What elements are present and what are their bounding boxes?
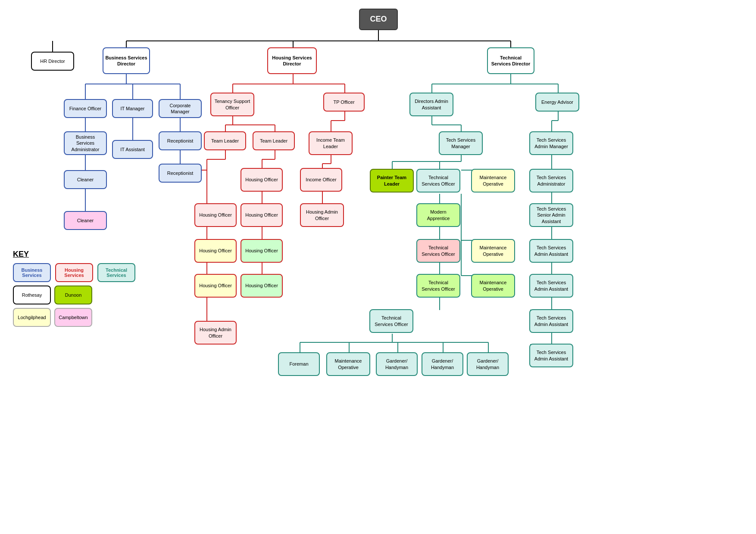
tp-officer-node: TP Officer (323, 93, 365, 112)
business-services-admin-node: Business Services Administrator (64, 131, 107, 155)
foreman-node: Foreman (278, 352, 320, 376)
tech-services-admin-asst1-node: Tech Services Admin Assistant (529, 239, 573, 263)
tenancy-support-officer-node: Tenancy Support Officer (210, 93, 254, 116)
key-business-services: Business Services (13, 263, 51, 282)
corporate-manager-node: Corporate Manager (159, 99, 202, 118)
business-services-director-node: Business Services Director (103, 47, 150, 74)
housing-officer-a2-node: Housing Officer (241, 203, 283, 227)
key-row2: Rothesay Dunoon (13, 286, 136, 304)
technical-services-officer-a2-node: Technical Services Officer (416, 239, 460, 263)
team-leader2-node: Team Leader (253, 131, 295, 150)
tech-services-senior-admin-node: Tech Services Senior Admin Assistant (529, 203, 573, 227)
key-rothesay: Rothesay (13, 286, 51, 304)
maintenance-operative-a2-node: Maintenance Operative (471, 239, 515, 263)
key-lochgilphead: Lochgilphead (13, 308, 51, 327)
energy-advisor-node: Energy Advisor (535, 93, 579, 112)
income-officer-node: Income Officer (300, 168, 342, 192)
key-title: KEY (13, 250, 136, 259)
maintenance-operative-a3-node: Maintenance Operative (471, 274, 515, 298)
housing-services-director-node: Housing Services Director (267, 47, 317, 74)
maintenance-operative-b1-node: Maintenance Operative (326, 352, 370, 376)
tech-services-admin-asst2-node: Tech Services Admin Assistant (529, 274, 573, 298)
tech-services-administrator-node: Tech Services Administrator (529, 169, 573, 192)
housing-officer-b3-node: Housing Officer (194, 274, 237, 298)
gardener-handyman1-node: Gardener/ Handyman (376, 352, 418, 376)
technical-services-officer-a1-node: Technical Services Officer (416, 169, 460, 192)
cleaner2-node: Cleaner (64, 211, 107, 230)
tech-services-admin-asst4-node: Tech Services Admin Assistant (529, 344, 573, 367)
technical-services-officer-a3-node: Technical Services Officer (416, 274, 460, 298)
it-manager-node: IT Manager (112, 99, 153, 118)
housing-officer-a1-node: Housing Officer (241, 168, 283, 192)
receptionist1-node: Receptionist (159, 131, 202, 150)
tech-services-admin-manager-node: Tech Services Admin Manager (529, 131, 573, 155)
gardener-handyman3-node: Gardener/ Handyman (467, 352, 509, 376)
org-chart: CEO HR Director Business Services Direct… (0, 0, 756, 534)
housing-admin-officer1-node: Housing Admin Officer (300, 203, 344, 227)
tech-services-manager-node: Tech Services Manager (439, 131, 483, 155)
key-dunoon: Dunoon (54, 286, 92, 304)
modern-apprentice-node: Modern Apprentice (416, 203, 460, 227)
tech-services-admin-asst3-node: Tech Services Admin Assistant (529, 309, 573, 333)
key-campbeltown: Campbeltown (54, 308, 92, 327)
housing-officer-a3-node: Housing Officer (241, 239, 283, 263)
key-section: KEY Business Services Housing Services T… (13, 250, 136, 327)
technical-services-officer-b1-node: Technical Services Officer (369, 309, 413, 333)
key-housing-services: Housing Services (55, 263, 93, 282)
gardener-handyman2-node: Gardener/ Handyman (422, 352, 463, 376)
maintenance-operative-a1-node: Maintenance Operative (471, 169, 515, 192)
team-leader1-node: Team Leader (204, 131, 246, 150)
income-team-leader-node: Income Team Leader (309, 131, 353, 155)
it-assistant-node: IT Assistant (112, 140, 153, 159)
housing-officer-b1-node: Housing Officer (194, 203, 237, 227)
key-row3: Lochgilphead Campbeltown (13, 308, 136, 327)
ceo-node: CEO (359, 9, 398, 30)
technical-services-director-node: Technical Services Director (487, 47, 534, 74)
housing-officer-a4-node: Housing Officer (241, 274, 283, 298)
cleaner1-node: Cleaner (64, 170, 107, 189)
key-technical-services: Technical Services (97, 263, 135, 282)
housing-officer-b2-node: Housing Officer (194, 239, 237, 263)
directors-admin-assistant-node: Directors Admin Assistant (409, 93, 453, 116)
hr-director-node: HR Director (31, 52, 74, 71)
receptionist2-node: Receptionist (159, 164, 202, 183)
housing-admin-officer2-node: Housing Admin Officer (194, 321, 237, 345)
finance-officer-node: Finance Officer (64, 99, 107, 118)
key-grid: Business Services Housing Services Techn… (13, 263, 136, 282)
painter-team-leader-node: Painter Team Leader (370, 169, 414, 192)
